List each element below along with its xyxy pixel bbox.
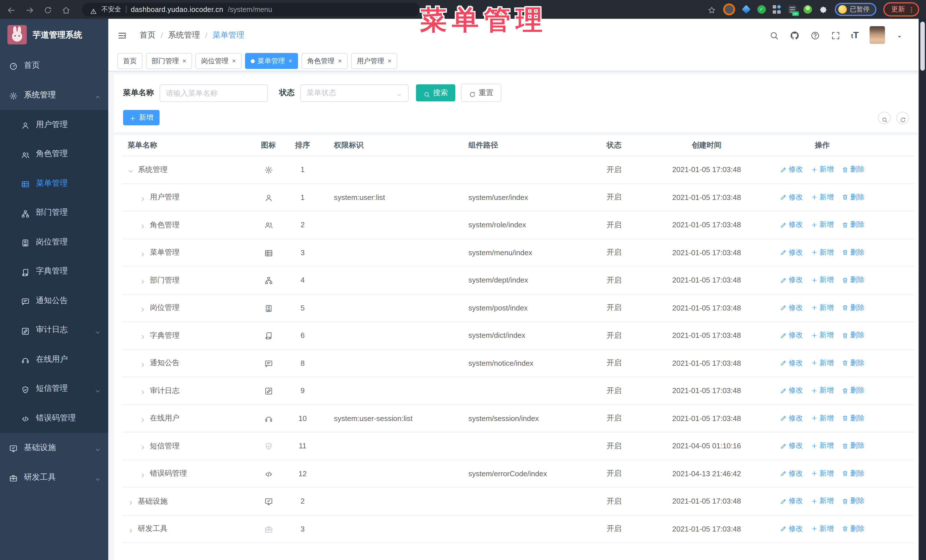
row-add-link[interactable]: 新增 [811, 386, 834, 395]
tab-部门管理[interactable]: 部门管理 × [146, 53, 192, 69]
breadcrumb-home[interactable]: 首页 [139, 30, 156, 40]
sidebar-item-user[interactable]: 用户管理 [0, 110, 108, 139]
browser-menu-dots-icon[interactable] [908, 6, 915, 13]
row-expand-icon[interactable] [139, 388, 146, 394]
row-expand-icon[interactable] [139, 249, 146, 256]
row-edit-link[interactable]: 修改 [780, 165, 803, 175]
extension-on-badge-icon[interactable]: on [788, 5, 796, 14]
sidebar-item-home[interactable]: 首页 [0, 51, 108, 80]
tab-首页[interactable]: 首页 [117, 53, 142, 69]
browser-reload-button[interactable] [43, 5, 53, 14]
row-edit-link[interactable]: 修改 [780, 497, 803, 506]
row-delete-link[interactable]: 删除 [842, 441, 864, 451]
row-delete-link[interactable]: 删除 [842, 358, 864, 368]
row-add-link[interactable]: 新增 [811, 193, 834, 202]
row-delete-link[interactable]: 删除 [842, 248, 864, 258]
row-delete-link[interactable]: 删除 [842, 524, 864, 534]
row-edit-link[interactable]: 修改 [780, 469, 803, 478]
sidebar-fold-icon[interactable] [117, 30, 127, 40]
row-expand-icon[interactable] [139, 305, 146, 311]
fullscreen-icon[interactable] [831, 30, 840, 40]
row-add-link[interactable]: 新增 [811, 441, 834, 451]
bookmark-star-icon[interactable] [707, 5, 716, 14]
tab-close-icon[interactable]: × [232, 57, 236, 65]
row-add-link[interactable]: 新增 [811, 220, 834, 230]
row-add-link[interactable]: 新增 [811, 358, 834, 368]
tab-菜单管理[interactable]: 菜单管理 × [245, 53, 298, 69]
tab-close-icon[interactable]: × [387, 57, 392, 65]
row-delete-link[interactable]: 删除 [842, 165, 864, 175]
extension-gem-icon[interactable] [741, 5, 750, 14]
sidebar-item-dept[interactable]: 部门管理 [0, 198, 108, 227]
refresh-table-button[interactable] [896, 112, 909, 124]
row-edit-link[interactable]: 修改 [780, 441, 803, 451]
row-expand-icon[interactable] [139, 360, 146, 366]
row-delete-link[interactable]: 删除 [842, 193, 864, 202]
row-add-link[interactable]: 新增 [811, 331, 834, 340]
row-add-link[interactable]: 新增 [811, 275, 834, 285]
row-add-link[interactable]: 新增 [811, 165, 834, 175]
sidebar-item-role[interactable]: 角色管理 [0, 139, 108, 169]
row-delete-link[interactable]: 删除 [842, 275, 864, 285]
row-delete-link[interactable]: 删除 [842, 497, 864, 506]
row-delete-link[interactable]: 删除 [842, 414, 864, 423]
sidebar-item-post[interactable]: 岗位管理 [0, 227, 108, 257]
row-expand-icon[interactable] [139, 277, 146, 284]
browser-home-button[interactable] [62, 5, 71, 14]
avatar[interactable] [870, 26, 885, 44]
row-add-link[interactable]: 新增 [811, 248, 834, 258]
row-expand-icon[interactable] [139, 443, 146, 449]
row-expand-icon[interactable] [139, 194, 146, 201]
row-expand-icon[interactable] [128, 167, 134, 173]
show-search-toggle-button[interactable] [878, 112, 891, 124]
user-menu-caret-icon[interactable] [896, 31, 903, 39]
sidebar-item-infra[interactable]: 基础设施 [0, 433, 108, 462]
app-logo[interactable]: 芋道管理系统 [0, 19, 108, 51]
address-bar[interactable]: 不安全 dashboard.yudao.iocoder.cn/system/me… [82, 3, 420, 16]
menu-name-input[interactable] [160, 84, 268, 102]
row-edit-link[interactable]: 修改 [780, 358, 803, 368]
row-edit-link[interactable]: 修改 [780, 524, 803, 534]
row-edit-link[interactable]: 修改 [780, 331, 803, 340]
row-edit-link[interactable]: 修改 [780, 220, 803, 230]
row-edit-link[interactable]: 修改 [780, 193, 803, 202]
row-delete-link[interactable]: 删除 [842, 220, 864, 230]
reset-button[interactable]: 重置 [461, 84, 501, 102]
row-expand-icon[interactable] [139, 415, 146, 421]
tab-角色管理[interactable]: 角色管理 × [301, 53, 348, 69]
row-expand-icon[interactable] [139, 222, 146, 228]
browser-back-button[interactable] [7, 5, 16, 14]
row-expand-icon[interactable] [128, 498, 134, 504]
extension-grid-icon[interactable] [772, 5, 781, 14]
row-expand-icon[interactable] [128, 526, 134, 532]
sidebar-item-sms[interactable]: 短信管理 [0, 374, 108, 403]
row-edit-link[interactable]: 修改 [780, 414, 803, 423]
sidebar-item-errcode[interactable]: 错误码管理 [0, 403, 108, 433]
help-icon[interactable] [810, 30, 820, 40]
row-add-link[interactable]: 新增 [811, 524, 834, 534]
sidebar-item-notice[interactable]: 通知公告 [0, 286, 108, 315]
extension-orange-icon[interactable] [723, 3, 735, 15]
extension-paused-badge[interactable]: 已暂停 [835, 3, 876, 16]
row-delete-link[interactable]: 删除 [842, 303, 864, 313]
row-add-link[interactable]: 新增 [811, 303, 834, 313]
search-button[interactable]: 搜索 [416, 84, 455, 101]
sidebar-item-system[interactable]: 系统管理 [0, 80, 108, 110]
sidebar-item-dict[interactable]: 字典管理 [0, 257, 108, 286]
tab-close-icon[interactable]: × [182, 57, 186, 65]
header-search-icon[interactable] [769, 30, 779, 40]
tab-用户管理[interactable]: 用户管理 × [351, 53, 397, 69]
row-expand-icon[interactable] [139, 332, 146, 339]
row-delete-link[interactable]: 删除 [842, 469, 864, 478]
status-select[interactable]: 菜单状态 [300, 84, 409, 102]
extension-check-icon[interactable]: ✓ [757, 5, 766, 14]
tab-close-icon[interactable]: × [338, 57, 342, 65]
sidebar-item-menu[interactable]: 菜单管理 [0, 169, 108, 198]
row-edit-link[interactable]: 修改 [780, 303, 803, 313]
font-size-icon[interactable]: tT [851, 30, 859, 39]
add-button[interactable]: 新增 [123, 110, 160, 125]
tab-close-icon[interactable]: × [288, 57, 292, 65]
extension-person-icon[interactable] [803, 5, 812, 14]
row-expand-icon[interactable] [139, 471, 146, 477]
row-delete-link[interactable]: 删除 [842, 386, 864, 395]
